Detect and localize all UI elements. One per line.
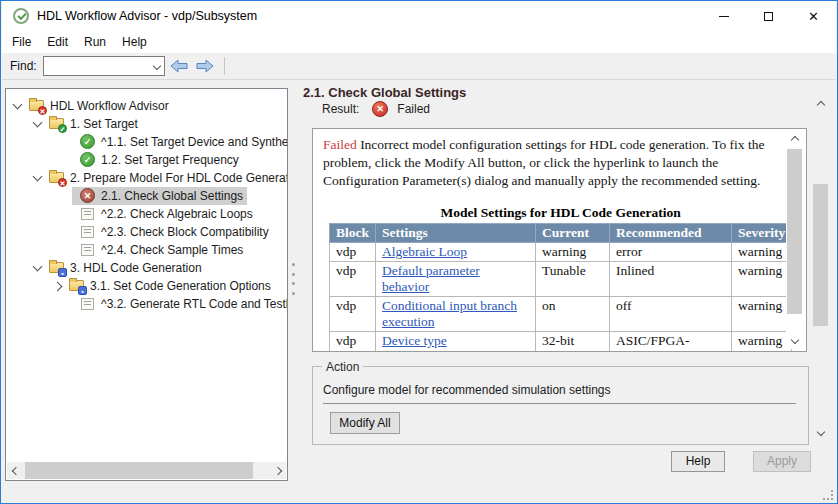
menu-help[interactable]: Help (114, 32, 155, 52)
table-header-row: Block Settings Current Recommended Sever… (330, 224, 792, 243)
scroll-down-arrow[interactable] (812, 426, 829, 441)
find-combobox[interactable] (43, 56, 165, 76)
scrollbar-thumb[interactable] (787, 149, 802, 314)
find-toolbar: Find: (2, 53, 836, 80)
window-controls: ✕ (701, 1, 836, 31)
scroll-down-arrow[interactable] (786, 334, 803, 349)
apply-button: Apply (753, 451, 811, 472)
maximize-button[interactable] (746, 1, 791, 31)
scroll-left-arrow[interactable] (7, 462, 24, 479)
help-button[interactable]: Help (671, 451, 725, 472)
table-row: vdp Default parameter behavior Tunable I… (330, 262, 792, 297)
table-row: vdp Device type 32-bit Generic ASIC/FPGA… (330, 332, 792, 353)
find-next-button[interactable] (194, 58, 215, 74)
action-separator (323, 403, 796, 404)
title-bar: HDL Workflow Advisor - vdp/Subsystem ✕ (2, 1, 836, 31)
toolbar-separator (224, 57, 225, 75)
scroll-right-arrow[interactable] (269, 462, 286, 479)
tree-item-set-code-generation-options[interactable]: ▪ 3.1. Set Code Generation Options (6, 277, 287, 295)
find-previous-button[interactable] (169, 58, 190, 74)
tree-horizontal-scrollbar[interactable] (7, 462, 286, 479)
tree-item-check-global-settings[interactable]: ✕ 2.1. Check Global Settings (6, 187, 287, 205)
scroll-up-arrow[interactable] (812, 96, 829, 111)
folder-passed-icon: ✓ (49, 116, 65, 132)
tree-item-check-block-compatibility[interactable]: ^2.3. Check Block Compatibility (6, 223, 287, 241)
tree-item-hdl-workflow-advisor[interactable]: ✕ HDL Workflow Advisor (6, 97, 287, 115)
menu-bar: File Edit Run Help (2, 31, 836, 53)
tree-item-generate-rtl-code[interactable]: ^3.2. Generate RTL Code and Testbench (6, 295, 287, 313)
check-failed-icon: ✕ (80, 188, 96, 204)
failed-word: Failed (323, 137, 357, 152)
tree-item-set-target-device[interactable]: ✓ ^1.1. Set Target Device and Synthesis … (6, 133, 287, 151)
check-notrun-icon (80, 296, 96, 312)
result-row: Result: ✕ Failed (322, 100, 430, 118)
scrollbar-thumb[interactable] (813, 184, 828, 326)
tree-item-check-sample-times[interactable]: ^2.4. Check Sample Times (6, 241, 287, 259)
tree-item-hdl-code-generation[interactable]: ▪ 3. HDL Code Generation (6, 259, 287, 277)
menu-file[interactable]: File (4, 32, 39, 52)
check-passed-icon: ✓ (80, 134, 96, 150)
page-title: 2.1. Check Global Settings (303, 85, 466, 100)
report-vertical-scrollbar[interactable] (786, 131, 803, 349)
tree-item-prepare-model[interactable]: ✕ 2. Prepare Model For HDL Code Generati… (6, 169, 287, 187)
model-settings-table: Model Settings for HDL Code Generation B… (329, 205, 792, 352)
workflow-tree: ✕ HDL Workflow Advisor ✓ 1. Set Target ✓… (6, 97, 287, 313)
window-title: HDL Workflow Advisor - vdp/Subsystem (37, 9, 257, 23)
setting-link[interactable]: Conditional input branch execution (382, 298, 517, 329)
table-row: vdp Algebraic Loop warning error warning (330, 243, 792, 262)
panel-vertical-scrollbar[interactable] (812, 96, 829, 441)
scroll-up-arrow[interactable] (786, 131, 803, 146)
minimize-icon (719, 16, 729, 17)
check-detail-panel: 2.1. Check Global Settings Result: ✕ Fai… (297, 80, 836, 502)
check-passed-icon: ✓ (80, 152, 96, 168)
table-caption: Model Settings for HDL Code Generation (329, 205, 792, 223)
close-icon: ✕ (808, 10, 819, 23)
table-row: vdp Conditional input branch execution o… (330, 297, 792, 332)
content-area: ✕ HDL Workflow Advisor ✓ 1. Set Target ✓… (2, 80, 836, 502)
modify-all-button[interactable]: Modify All (330, 412, 400, 434)
folder-notrun-icon: ▪ (69, 278, 85, 294)
tree-item-set-target[interactable]: ✓ 1. Set Target (6, 115, 287, 133)
failed-status-icon: ✕ (372, 101, 388, 117)
action-description: Configure model for recommended simulati… (323, 383, 610, 397)
hdl-workflow-advisor-window: HDL Workflow Advisor - vdp/Subsystem ✕ F… (0, 0, 838, 504)
result-description: Failed Incorrect model configuration set… (323, 136, 775, 190)
setting-link[interactable]: Device type (382, 333, 447, 348)
find-label: Find: (10, 59, 37, 73)
find-input[interactable] (44, 58, 144, 74)
folder-failed-icon: ✕ (29, 98, 45, 114)
chevron-down-icon[interactable] (152, 62, 160, 70)
action-group: Action Configure model for recommended s… (312, 366, 809, 445)
setting-link[interactable]: Default parameter behavior (382, 263, 480, 294)
result-report-box: Failed Incorrect model configuration set… (312, 128, 807, 352)
check-notrun-icon (80, 242, 96, 258)
result-label: Result: (322, 102, 359, 116)
folder-failed-icon: ✕ (49, 170, 65, 186)
panel-splitter[interactable] (290, 263, 296, 295)
app-icon (13, 8, 29, 24)
tree-item-check-algebraic-loops[interactable]: ^2.2. Check Algebraic Loops (6, 205, 287, 223)
menu-run[interactable]: Run (76, 32, 114, 52)
workflow-tree-panel: ✕ HDL Workflow Advisor ✓ 1. Set Target ✓… (5, 88, 288, 481)
close-button[interactable]: ✕ (791, 1, 836, 31)
check-notrun-icon (80, 206, 96, 222)
minimize-button[interactable] (701, 1, 746, 31)
scrollbar-thumb[interactable] (25, 462, 253, 479)
menu-edit[interactable]: Edit (39, 32, 76, 52)
folder-notrun-icon: ▪ (49, 260, 65, 276)
resize-grip[interactable] (823, 490, 833, 500)
check-notrun-icon (80, 224, 96, 240)
setting-link[interactable]: Algebraic Loop (382, 244, 467, 259)
maximize-icon (764, 12, 773, 21)
status-badge: Failed (397, 102, 430, 116)
tree-item-set-target-frequency[interactable]: ✓ 1.2. Set Target Frequency (6, 151, 287, 169)
description-text: Incorrect model configuration settings f… (323, 137, 764, 188)
action-group-title: Action (322, 360, 363, 374)
